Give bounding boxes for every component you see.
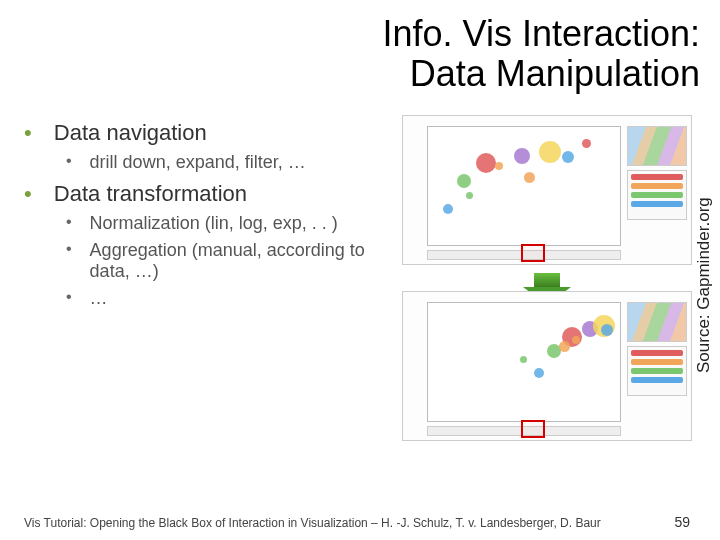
scatter-plot-area — [427, 126, 621, 246]
legend-box — [627, 346, 687, 396]
legend-box — [627, 170, 687, 220]
data-bubble — [476, 153, 496, 173]
gapminder-chart-bottom: 2011 — [402, 291, 692, 441]
data-bubble — [582, 139, 591, 148]
data-bubble — [520, 356, 527, 363]
data-bubble — [562, 151, 574, 163]
data-bubble — [601, 324, 613, 336]
subbullet-drill-down: drill down, expand, filter, … — [66, 152, 384, 173]
slide-title: Info. Vis Interaction: Data Manipulation — [0, 14, 700, 93]
page-number: 59 — [674, 514, 690, 530]
subbullet-label: Aggregation (manual, according to data, … — [90, 240, 384, 282]
subbullet-normalization: Normalization (lin, log, exp, . . ) — [66, 213, 384, 234]
chart-side-panel — [627, 302, 687, 422]
scatter-plot-area — [427, 302, 621, 422]
bullet-label: Data transformation — [54, 181, 247, 206]
highlight-box-axis-scale — [521, 244, 545, 262]
figure-column: 2011 2011 — [402, 115, 692, 450]
bullet-data-transformation: Data transformation Normalization (lin, … — [24, 181, 384, 309]
data-bubble — [539, 141, 561, 163]
title-line-2: Data Manipulation — [410, 53, 700, 94]
world-map-icon — [627, 126, 687, 166]
data-bubble — [514, 148, 530, 164]
title-line-1: Info. Vis Interaction: — [382, 13, 700, 54]
subbullet-aggregation: Aggregation (manual, according to data, … — [66, 240, 384, 282]
data-bubble — [524, 172, 535, 183]
data-bubble — [466, 192, 473, 199]
highlight-box-axis-scale — [521, 420, 545, 438]
subbullet-label: drill down, expand, filter, … — [90, 152, 306, 173]
bullet-label: Data navigation — [54, 120, 207, 145]
bullet-data-navigation: Data navigation drill down, expand, filt… — [24, 120, 384, 173]
chart-side-panel — [627, 126, 687, 246]
data-bubble — [495, 162, 503, 170]
subbullet-label: Normalization (lin, log, exp, . . ) — [90, 213, 338, 234]
data-bubble — [572, 336, 580, 344]
source-credit: Source: Gapminder.org — [694, 130, 714, 440]
data-bubble — [534, 368, 544, 378]
data-bubble — [559, 341, 570, 352]
world-map-icon — [627, 302, 687, 342]
data-bubble — [443, 204, 453, 214]
data-bubble — [457, 174, 471, 188]
subbullet-ellipsis: … — [66, 288, 384, 309]
gapminder-chart-top: 2011 — [402, 115, 692, 265]
bullet-list: Data navigation drill down, expand, filt… — [24, 120, 384, 317]
subbullet-label: … — [90, 288, 108, 309]
footer-citation: Vis Tutorial: Opening the Black Box of I… — [24, 516, 601, 530]
